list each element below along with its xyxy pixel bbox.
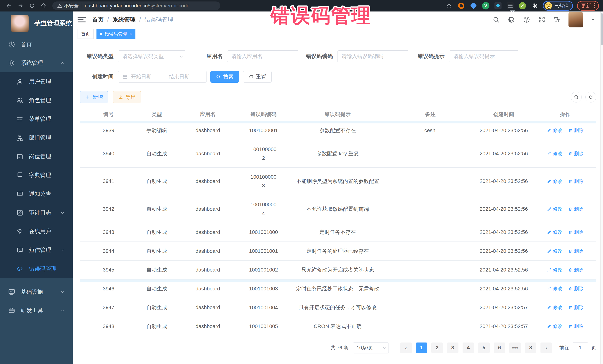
extension-icon-green-key[interactable] [518,2,527,10]
table-row-3945[interactable]: 3945自动生成dashboard1001001002只允许修改为开启或者关闭状… [80,261,596,279]
scrollbar-thumb[interactable] [601,13,603,45]
browser-forward-icon[interactable] [16,1,25,11]
page-button-3[interactable]: 3 [447,342,458,353]
not-secure-warning[interactable]: 不安全 [57,3,79,9]
table-row-3946[interactable]: 3946自动生成dashboard1001001003定时任务已经处于该状态，无… [80,279,596,298]
delete-link[interactable]: 删除 [568,178,584,185]
table-row-3948[interactable]: 3948自动生成dashboard1001001005CRON 表达式不正确20… [80,317,596,336]
table-row-3943[interactable]: 3943自动生成dashboard1001001000定时任务不存在2021-0… [80,223,596,242]
filter-hint-input[interactable]: 请输入错误码提示 [449,50,519,62]
github-icon[interactable] [508,16,515,23]
tag-close-icon[interactable]: × [129,32,132,36]
kebab-menu-icon[interactable] [594,3,595,8]
delete-link[interactable]: 删除 [568,323,584,330]
delete-link[interactable]: 删除 [568,206,584,212]
breadcrumb-system[interactable]: 系统管理 [113,16,136,23]
font-size-icon[interactable] [553,16,561,23]
delete-link[interactable]: 删除 [568,229,584,235]
add-button[interactable]: 新增 [80,91,108,103]
page-ellipsis[interactable]: ••• [509,342,521,353]
reset-button[interactable]: 重置 [243,71,272,83]
sidebar-item-10[interactable]: 在线用户 [0,222,73,241]
table-row-3940[interactable]: 3940自动生成dashboard100100000 2参数配置 key 重复2… [80,140,596,168]
app-logo-row[interactable]: 芋道管理系统 [0,11,73,35]
table-row-3942[interactable]: 3942自动生成dashboard100100000 4不允许获取敏感配置到前端… [80,195,596,223]
delete-link[interactable]: 删除 [568,304,584,311]
delete-link[interactable]: 删除 [568,151,584,157]
sidebar-item-12-active[interactable]: 错误码管理 [0,259,73,278]
page-button-5[interactable]: 5 [478,342,490,353]
sidebar-item-13[interactable]: 基础设施 [0,283,73,301]
delete-link[interactable]: 删除 [568,267,584,273]
extension-icon-blue-gem[interactable] [469,2,477,10]
extension-icon-green-v[interactable]: V [482,2,490,10]
scrollbar[interactable] [600,11,603,364]
browser-home-icon[interactable] [39,1,48,11]
sidebar-item-2[interactable]: 用户管理 [0,72,73,91]
edit-link[interactable]: 修改 [547,304,563,311]
delete-link[interactable]: 删除 [568,286,584,292]
edit-link[interactable]: 修改 [547,151,563,157]
table-row-3944[interactable]: 3944自动生成dashboard1001001001定时任务的处理器已经存在2… [80,242,596,261]
search-button[interactable]: 搜索 [210,71,239,83]
sidebar-item-6[interactable]: 岗位管理 [0,147,73,166]
delete-link[interactable]: 删除 [568,127,584,134]
table-row-3939[interactable]: 3939手动编辑dashboard1001000001参数配置不存在ceshi2… [80,121,596,140]
sidebar-item-1[interactable]: 系统管理 [0,54,73,72]
sidebar-item-5[interactable]: 部门管理 [0,128,73,147]
table-row-3941[interactable]: 3941自动生成dashboard100100000 3不能删除类型为系统内置的… [80,168,596,195]
edit-link[interactable]: 修改 [547,248,563,254]
delete-link[interactable]: 删除 [568,248,584,254]
sidebar-item-4[interactable]: 菜单管理 [0,110,73,128]
browser-update-button[interactable]: 更新 [577,1,599,11]
edit-link[interactable]: 修改 [547,127,563,134]
avatar-caret-down-icon[interactable] [591,17,596,22]
sidebar-item-14[interactable]: 研发工具 [0,301,73,320]
page-size-select[interactable]: 10条/页 [353,342,389,353]
fullscreen-icon[interactable] [538,16,545,23]
user-avatar[interactable] [568,12,583,27]
help-icon[interactable] [523,16,530,23]
sidebar-item-8[interactable]: 通知公告 [0,185,73,203]
toggle-search-button[interactable] [571,92,582,102]
tag-error-code-active[interactable]: 错误码管理 × [96,29,135,39]
page-button-8[interactable]: 8 [525,342,536,353]
extensions-puzzle-icon[interactable] [531,2,539,10]
page-button-6[interactable]: 6 [494,342,505,353]
tag-home[interactable]: 首页 [78,29,93,39]
goto-page-input[interactable] [572,342,588,353]
edit-link[interactable]: 修改 [547,323,563,330]
next-page-button[interactable]: › [541,342,552,353]
address-bar[interactable]: 不安全 dashboard.yudao.iocoder.cn/system/er… [52,1,220,10]
filter-date-range-picker[interactable]: 开始日期 - 结束日期 [118,71,207,83]
sidebar-item-7[interactable]: 字典管理 [0,166,73,185]
browser-reload-icon[interactable] [27,1,37,11]
sidebar-item-0[interactable]: 首页 [0,35,73,54]
export-button[interactable]: 导出 [113,91,141,103]
hamburger-icon[interactable] [78,16,86,23]
sidebar-item-11[interactable]: 短信管理 [0,241,73,259]
filter-type-select[interactable]: 请选择错误码类型 [118,50,186,62]
browser-back-icon[interactable] [4,1,14,11]
browser-profile-chip[interactable]: 已暂停 [543,1,573,11]
extension-icon-tampermonkey[interactable]: on [506,2,514,10]
bookmark-star-icon[interactable] [445,2,453,10]
prev-page-button[interactable]: ‹ [400,342,412,353]
table-row-3947[interactable]: 3947自动生成dashboard1001001004只有开启状态的任务，才可以… [80,298,596,317]
filter-code-input[interactable]: 请输入错误码编码 [337,50,409,62]
header-search-icon[interactable] [492,16,500,23]
page-button-1[interactable]: 1 [416,342,427,353]
extension-icon-orange-ring[interactable] [457,2,465,10]
sidebar-item-9[interactable]: 审计日志 [0,203,73,222]
edit-link[interactable]: 修改 [547,286,563,292]
sidebar-item-3[interactable]: 角色管理 [0,91,73,110]
refresh-table-button[interactable] [585,92,596,102]
edit-link[interactable]: 修改 [547,178,563,185]
edit-link[interactable]: 修改 [547,229,563,235]
extension-icon-tiles[interactable] [494,2,502,10]
breadcrumb-home[interactable]: 首页 [92,16,104,23]
page-button-4[interactable]: 4 [463,342,474,353]
filter-app-input[interactable]: 请输入应用名 [227,50,299,62]
page-button-2[interactable]: 2 [431,342,443,353]
edit-link[interactable]: 修改 [547,206,563,212]
